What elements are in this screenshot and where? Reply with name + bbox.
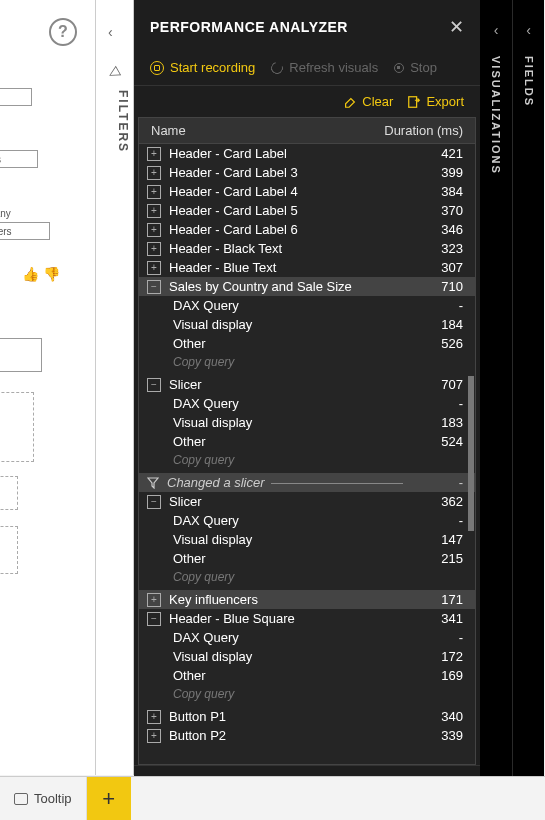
table-row[interactable]: −Header - Blue Square341 <box>139 609 475 628</box>
table-row[interactable]: +Button P2339 <box>139 726 475 745</box>
row-duration: 707 <box>403 377 463 392</box>
expand-icon[interactable]: ‹ <box>526 22 531 38</box>
start-recording-button[interactable]: Start recording <box>150 60 255 75</box>
table-row[interactable]: −Slicer707 <box>139 375 475 394</box>
perf-toolbar: Start recording Refresh visuals Stop <box>134 54 480 86</box>
row-duration: 421 <box>403 146 463 161</box>
subrow-label: Visual display <box>173 649 403 664</box>
subrow-duration: - <box>403 396 463 411</box>
table-row[interactable]: +Button P1340 <box>139 707 475 726</box>
tooltip-icon <box>14 793 28 805</box>
subrow-label: Visual display <box>173 532 403 547</box>
row-duration: 346 <box>403 222 463 237</box>
row-duration: 323 <box>403 241 463 256</box>
expand-icon[interactable]: + <box>147 223 161 237</box>
subrow-duration: 147 <box>403 532 463 547</box>
subrow-duration: 183 <box>403 415 463 430</box>
row-name: Header - Card Label <box>161 146 403 161</box>
row-duration: 340 <box>403 709 463 724</box>
copy-query-link[interactable]: Copy query <box>139 451 475 473</box>
row-duration: 362 <box>403 494 463 509</box>
close-icon[interactable]: ✕ <box>449 16 464 38</box>
table-row[interactable]: +Key influencers171 <box>139 590 475 609</box>
copy-query-link[interactable]: Copy query <box>139 568 475 590</box>
expand-icon[interactable]: + <box>147 166 161 180</box>
row-duration: 307 <box>403 260 463 275</box>
table-body[interactable]: +Header - Card Label421+Header - Card La… <box>139 144 475 764</box>
add-page-button[interactable]: + <box>87 777 131 821</box>
expand-icon[interactable]: + <box>147 242 161 256</box>
collapse-icon[interactable]: − <box>147 378 161 392</box>
collapse-icon[interactable]: ‹ <box>108 24 113 40</box>
expand-icon[interactable]: + <box>147 710 161 724</box>
table-subrow: Visual display172 <box>139 647 475 666</box>
table-subrow: Other169 <box>139 666 475 685</box>
export-button[interactable]: Export <box>407 94 464 109</box>
row-name: Button P2 <box>161 728 403 743</box>
row-name: Sales by Country and Sale Size <box>161 279 403 294</box>
canvas-visual[interactable]: Works <box>0 88 32 106</box>
table-row[interactable]: +Header - Card Label 5370 <box>139 201 475 220</box>
perf-table: Name Duration (ms) +Header - Card Label4… <box>138 117 476 765</box>
q-and-a-box[interactable]: Class is <box>0 338 42 372</box>
pane-header: PERFORMANCE ANALYZER ✕ <box>134 0 480 54</box>
fields-pane[interactable]: ‹ FIELDS <box>512 0 544 820</box>
subrow-label: Visual display <box>173 317 403 332</box>
table-row[interactable]: +Header - Card Label 4384 <box>139 182 475 201</box>
visualizations-pane[interactable]: ‹ VISUALIZATIONS <box>480 0 512 820</box>
table-row[interactable]: −Slicer362 <box>139 492 475 511</box>
report-canvas-strip: ? Works Traders Video Company d Importer… <box>0 0 96 775</box>
tooltip-page-tab[interactable]: Tooltip <box>0 777 87 821</box>
row-name: Header - Card Label 3 <box>161 165 403 180</box>
row-duration: 370 <box>403 203 463 218</box>
canvas-visual[interactable]: Video <box>0 178 32 196</box>
start-recording-label: Start recording <box>170 60 255 75</box>
placeholder-visual[interactable] <box>0 526 18 574</box>
table-row[interactable]: +Header - Blue Text307 <box>139 258 475 277</box>
table-row[interactable]: +Header - Card Label 3399 <box>139 163 475 182</box>
expand-icon[interactable]: + <box>147 261 161 275</box>
row-name: Header - Blue Text <box>161 260 403 275</box>
visual-label: d Importers <box>0 226 12 237</box>
thumbs-icons[interactable]: 👍 👎 <box>22 266 60 282</box>
table-row[interactable]: +Header - Black Text323 <box>139 239 475 258</box>
collapse-icon[interactable]: − <box>147 612 161 626</box>
table-row[interactable]: +Header - Card Label 6346 <box>139 220 475 239</box>
expand-icon[interactable]: + <box>147 204 161 218</box>
placeholder-visual[interactable] <box>0 392 34 462</box>
scrollbar-thumb[interactable] <box>468 376 474 531</box>
canvas-visual[interactable]: d Importers <box>0 222 50 240</box>
table-row[interactable]: −Sales by Country and Sale Size710 <box>139 277 475 296</box>
table-header: Name Duration (ms) <box>139 118 475 144</box>
fields-label: FIELDS <box>523 56 535 107</box>
expand-icon[interactable]: + <box>147 185 161 199</box>
collapse-icon[interactable]: − <box>147 280 161 294</box>
placeholder-visual[interactable] <box>0 476 18 510</box>
expand-icon[interactable]: + <box>147 147 161 161</box>
table-subrow: Other215 <box>139 549 475 568</box>
expand-icon[interactable]: ‹ <box>494 22 499 38</box>
page-tabs: Tooltip + <box>0 776 545 820</box>
row-name: Slicer <box>161 494 403 509</box>
export-icon <box>407 95 421 109</box>
table-row[interactable]: +Header - Card Label421 <box>139 144 475 163</box>
help-icon[interactable]: ? <box>49 18 77 46</box>
filters-pane: ‹ ◁ FILTERS <box>96 0 134 775</box>
expand-icon[interactable]: + <box>147 729 161 743</box>
table-subrow: Other524 <box>139 432 475 451</box>
copy-query-link[interactable]: Copy query <box>139 685 475 707</box>
svg-rect-0 <box>409 96 417 107</box>
subrow-duration: 169 <box>403 668 463 683</box>
subrow-label: DAX Query <box>173 298 403 313</box>
clear-button[interactable]: Clear <box>343 94 393 109</box>
canvas-visual[interactable]: Traders <box>0 150 38 168</box>
clear-label: Clear <box>362 94 393 109</box>
stop-icon <box>394 63 404 73</box>
col-duration: Duration (ms) <box>384 123 463 138</box>
subrow-duration: - <box>403 298 463 313</box>
copy-query-link[interactable]: Copy query <box>139 353 475 375</box>
refresh-icon <box>269 59 285 75</box>
canvas-visual[interactable]: Company <box>0 204 44 222</box>
expand-icon[interactable]: + <box>147 593 161 607</box>
collapse-icon[interactable]: − <box>147 495 161 509</box>
